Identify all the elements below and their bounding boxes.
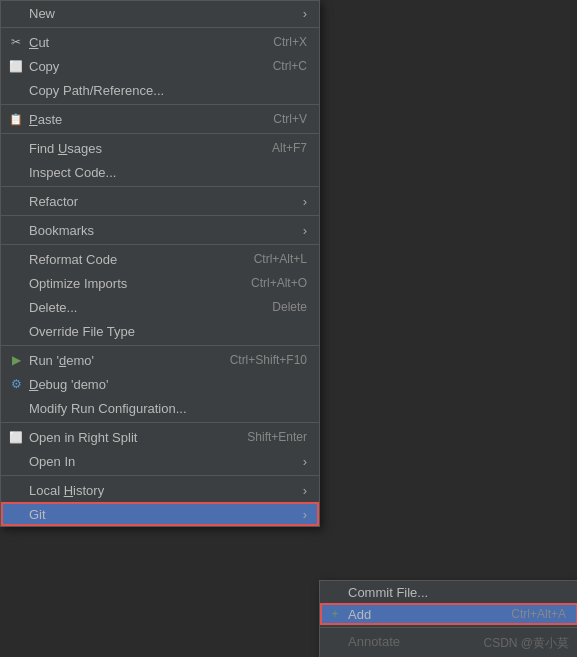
separator-5 <box>1 215 319 216</box>
delete-label: Delete... <box>29 300 77 315</box>
new-arrow: › <box>303 6 307 21</box>
add-label: Add <box>348 607 371 622</box>
menu-item-find-usages[interactable]: Find Usages Alt+F7 <box>1 136 319 160</box>
separator-9 <box>1 475 319 476</box>
paste-icon: 📋 <box>7 113 25 126</box>
refactor-label: Refactor <box>29 194 78 209</box>
local-history-arrow: › <box>303 483 307 498</box>
open-right-split-icon: ⬜ <box>7 431 25 444</box>
delete-shortcut: Delete <box>252 300 307 314</box>
separator-3 <box>1 133 319 134</box>
run-demo-label: Run 'demo' <box>29 353 94 368</box>
menu-item-copy[interactable]: ⬜ Copy Ctrl+C <box>1 54 319 78</box>
copy-path-label: Copy Path/Reference... <box>29 83 164 98</box>
reformat-code-shortcut: Ctrl+Alt+L <box>234 252 307 266</box>
separator-6 <box>1 244 319 245</box>
debug-icon: ⚙ <box>7 377 25 391</box>
separator-4 <box>1 186 319 187</box>
bookmarks-arrow: › <box>303 223 307 238</box>
git-menu-item-add[interactable]: + Add Ctrl+Alt+A <box>320 603 577 625</box>
find-usages-label: Find Usages <box>29 141 102 156</box>
menu-item-cut[interactable]: ✂ Cut Ctrl+X <box>1 30 319 54</box>
watermark: CSDN @黄小莫 <box>483 635 569 652</box>
bookmarks-label: Bookmarks <box>29 223 94 238</box>
menu-item-paste[interactable]: 📋 Paste Ctrl+V <box>1 107 319 131</box>
menu-item-open-right-split[interactable]: ⬜ Open in Right Split Shift+Enter <box>1 425 319 449</box>
git-menu-item-show-diff: Show Diff <box>320 652 577 657</box>
separator-2 <box>1 104 319 105</box>
menu-item-optimize-imports[interactable]: Optimize Imports Ctrl+Alt+O <box>1 271 319 295</box>
menu-item-reformat-code[interactable]: Reformat Code Ctrl+Alt+L <box>1 247 319 271</box>
open-in-arrow: › <box>303 454 307 469</box>
separator-8 <box>1 422 319 423</box>
reformat-code-label: Reformat Code <box>29 252 117 267</box>
copy-shortcut: Ctrl+C <box>253 59 307 73</box>
cut-icon: ✂ <box>7 35 25 49</box>
open-in-label: Open In <box>29 454 75 469</box>
new-label: New <box>29 6 55 21</box>
menu-item-delete[interactable]: Delete... Delete <box>1 295 319 319</box>
optimize-imports-label: Optimize Imports <box>29 276 127 291</box>
modify-run-label: Modify Run Configuration... <box>29 401 187 416</box>
menu-item-override-file-type[interactable]: Override File Type <box>1 319 319 343</box>
separator-7 <box>1 345 319 346</box>
debug-demo-label: Debug 'demo' <box>29 377 108 392</box>
menu-item-refactor[interactable]: Refactor › <box>1 189 319 213</box>
run-icon: ▶ <box>7 353 25 367</box>
cut-label: Cut <box>29 35 49 50</box>
find-usages-shortcut: Alt+F7 <box>252 141 307 155</box>
menu-item-bookmarks[interactable]: Bookmarks › <box>1 218 319 242</box>
add-icon: + <box>326 607 344 621</box>
override-file-type-label: Override File Type <box>29 324 135 339</box>
git-menu-item-commit-file[interactable]: Commit File... <box>320 581 577 603</box>
paste-shortcut: Ctrl+V <box>253 112 307 126</box>
menu-item-run-demo[interactable]: ▶ Run 'demo' Ctrl+Shift+F10 <box>1 348 319 372</box>
refactor-arrow: › <box>303 194 307 209</box>
menu-item-debug-demo[interactable]: ⚙ Debug 'demo' <box>1 372 319 396</box>
annotate-label: Annotate <box>348 634 400 649</box>
run-demo-shortcut: Ctrl+Shift+F10 <box>210 353 307 367</box>
menu-item-inspect-code[interactable]: Inspect Code... <box>1 160 319 184</box>
menu-item-git[interactable]: Git › <box>1 502 319 526</box>
inspect-code-label: Inspect Code... <box>29 165 116 180</box>
menu-item-local-history[interactable]: Local History › <box>1 478 319 502</box>
open-right-split-shortcut: Shift+Enter <box>227 430 307 444</box>
local-history-label: Local History <box>29 483 104 498</box>
menu-item-new[interactable]: New › <box>1 1 319 25</box>
git-label: Git <box>29 507 46 522</box>
menu-item-modify-run[interactable]: Modify Run Configuration... <box>1 396 319 420</box>
menu-item-open-in[interactable]: Open In › <box>1 449 319 473</box>
main-context-menu: New › ✂ Cut Ctrl+X ⬜ Copy Ctrl+C Copy Pa… <box>0 0 320 527</box>
optimize-imports-shortcut: Ctrl+Alt+O <box>231 276 307 290</box>
menu-item-copy-path[interactable]: Copy Path/Reference... <box>1 78 319 102</box>
open-right-split-label: Open in Right Split <box>29 430 137 445</box>
git-separator-1 <box>320 627 577 628</box>
cut-shortcut: Ctrl+X <box>253 35 307 49</box>
add-shortcut: Ctrl+Alt+A <box>491 607 566 621</box>
separator-1 <box>1 27 319 28</box>
git-arrow: › <box>303 507 307 522</box>
paste-label: Paste <box>29 112 62 127</box>
copy-icon: ⬜ <box>7 60 25 73</box>
copy-label: Copy <box>29 59 59 74</box>
commit-file-label: Commit File... <box>348 585 428 600</box>
